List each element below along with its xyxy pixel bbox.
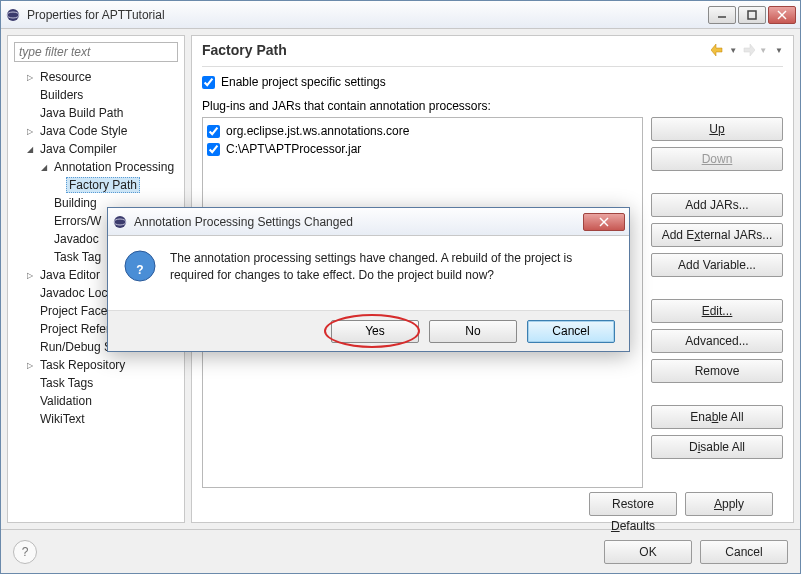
page-title: Factory Path [202,42,287,58]
tree-label: Run/Debug S [38,340,114,354]
close-button[interactable] [768,6,796,24]
tree-label: Javadoc [52,232,101,246]
tree-item[interactable]: Task Tags [10,374,182,392]
forward-dropdown-icon: ▼ [759,46,767,55]
tree-label: Java Compiler [38,142,119,156]
tree-label: Task Tags [38,376,95,390]
twisty-icon[interactable]: ◢ [38,161,50,173]
list-item-label: org.eclipse.jst.ws.annotations.core [226,124,409,138]
list-item-checkbox[interactable] [207,125,220,138]
twisty-icon[interactable] [38,233,50,245]
window-controls [708,6,796,24]
dialog-footer: Yes No Cancel [108,311,629,351]
twisty-icon[interactable]: ▷ [24,71,36,83]
twisty-icon[interactable] [24,323,36,335]
tree-label: Task Tag [52,250,103,264]
twisty-icon[interactable]: ▷ [24,359,36,371]
tree-label: Resource [38,70,93,84]
list-item-label: C:\APT\APTProcessor.jar [226,142,361,156]
tree-label: Errors/W [52,214,103,228]
twisty-icon[interactable] [24,287,36,299]
tree-item[interactable]: Validation [10,392,182,410]
twisty-icon[interactable] [38,197,50,209]
edit-button[interactable]: Edit... [651,299,783,323]
tree-item[interactable]: Factory Path [10,176,182,194]
question-icon: ? [124,250,156,282]
tree-label: Builders [38,88,85,102]
restore-defaults-button[interactable]: Restore Defaults [589,492,677,516]
tree-item[interactable]: Java Build Path [10,104,182,122]
tree-item[interactable]: WikiText [10,410,182,428]
back-dropdown-icon[interactable]: ▼ [729,46,737,55]
tree-label: Javadoc Loca [38,286,116,300]
add-jars-button[interactable]: Add JARs... [651,193,783,217]
cancel-button[interactable]: Cancel [700,540,788,564]
remove-button[interactable]: Remove [651,359,783,383]
tree-item[interactable]: ▷Java Code Style [10,122,182,140]
tree-label: Validation [38,394,94,408]
twisty-icon[interactable]: ◢ [24,143,36,155]
tree-label: Project Refer [38,322,112,336]
bottom-row: Restore Defaults Apply [202,488,783,516]
button-column: Up Down Add JARs... Add External JARs...… [651,117,783,488]
twisty-icon[interactable] [38,251,50,263]
svg-text:?: ? [136,263,143,277]
menu-dropdown-icon[interactable]: ▼ [775,46,783,55]
tree-label: Java Editor [38,268,102,282]
apply-button[interactable]: Apply [685,492,773,516]
tree-label: Project Facet [38,304,113,318]
twisty-icon[interactable] [24,413,36,425]
maximize-button[interactable] [738,6,766,24]
twisty-icon[interactable] [24,377,36,389]
enable-project-settings-checkbox[interactable] [202,76,215,89]
tree-item[interactable]: ◢Annotation Processing [10,158,182,176]
window-title: Properties for APTTutorial [27,8,708,22]
help-icon[interactable]: ? [13,540,37,564]
tree-label: Java Code Style [38,124,129,138]
filter-input[interactable] [14,42,178,62]
dialog-message: The annotation processing settings have … [170,250,613,302]
twisty-icon[interactable] [24,341,36,353]
twisty-icon[interactable]: ▷ [24,125,36,137]
tree-item[interactable]: Builders [10,86,182,104]
dialog-cancel-button[interactable]: Cancel [527,320,615,343]
twisty-icon[interactable] [24,305,36,317]
dialog-close-button[interactable] [583,213,625,231]
add-variable-button[interactable]: Add Variable... [651,253,783,277]
disable-all-button[interactable]: Disable All [651,435,783,459]
back-icon[interactable] [711,44,725,56]
titlebar[interactable]: Properties for APTTutorial [1,1,800,29]
main-header: Factory Path ▼ ▼ ▼ [202,42,783,58]
twisty-icon[interactable]: ▷ [24,269,36,281]
list-item[interactable]: org.eclipse.jst.ws.annotations.core [207,122,638,140]
twisty-icon[interactable] [38,215,50,227]
enable-all-button[interactable]: Enable All [651,405,783,429]
enable-row: Enable project specific settings [202,75,783,89]
tree-item[interactable]: ▷Task Repository [10,356,182,374]
filter-field[interactable] [14,42,178,62]
tree-item[interactable]: ▷Resource [10,68,182,86]
advanced-button[interactable]: Advanced... [651,329,783,353]
twisty-icon[interactable] [24,395,36,407]
list-item[interactable]: C:\APT\APTProcessor.jar [207,140,638,158]
tree-label: Java Build Path [38,106,125,120]
no-button[interactable]: No [429,320,517,343]
minimize-button[interactable] [708,6,736,24]
twisty-icon[interactable] [24,89,36,101]
tree-label: Task Repository [38,358,127,372]
add-external-jars-button[interactable]: Add External JARs... [651,223,783,247]
enable-label: Enable project specific settings [221,75,386,89]
svg-point-6 [114,216,126,228]
twisty-icon[interactable] [52,179,64,191]
ok-button[interactable]: OK [604,540,692,564]
forward-icon [741,44,755,56]
twisty-icon[interactable] [24,107,36,119]
tree-label: WikiText [38,412,87,426]
up-button[interactable]: Up [651,117,783,141]
list-item-checkbox[interactable] [207,143,220,156]
dialog-titlebar[interactable]: Annotation Processing Settings Changed [108,208,629,236]
yes-button[interactable]: Yes [331,320,419,343]
list-label: Plug-ins and JARs that contain annotatio… [202,99,783,113]
eclipse-icon [112,214,128,230]
tree-item[interactable]: ◢Java Compiler [10,140,182,158]
